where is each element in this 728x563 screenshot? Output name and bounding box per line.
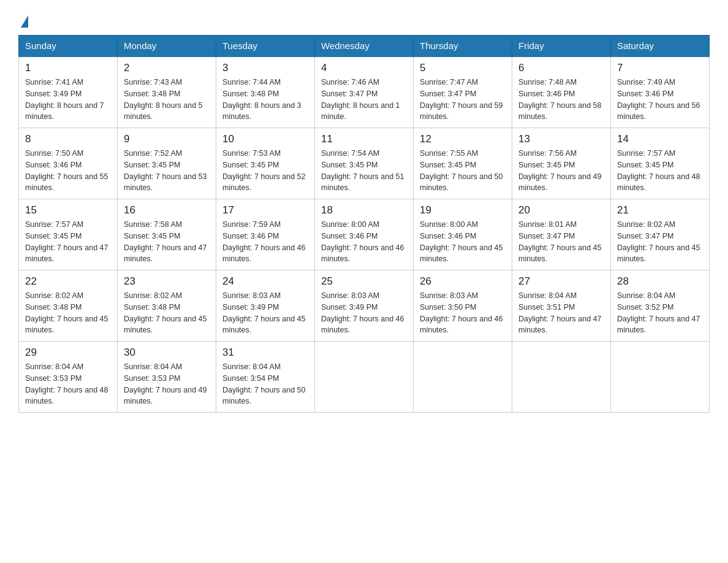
calendar-day-cell: 20Sunrise: 8:01 AMSunset: 3:47 PMDayligh… xyxy=(512,199,611,270)
day-of-week-header: Monday xyxy=(118,36,216,57)
day-sun-info: Sunrise: 8:02 AMSunset: 3:47 PMDaylight:… xyxy=(617,219,703,265)
day-sun-info: Sunrise: 8:04 AMSunset: 3:53 PMDaylight:… xyxy=(25,361,111,407)
day-sun-info: Sunrise: 7:47 AMSunset: 3:47 PMDaylight:… xyxy=(420,77,506,123)
calendar-day-cell: 19Sunrise: 8:00 AMSunset: 3:46 PMDayligh… xyxy=(414,199,512,270)
day-number: 18 xyxy=(321,204,407,216)
day-number: 21 xyxy=(617,204,703,216)
day-number: 14 xyxy=(617,133,703,145)
day-sun-info: Sunrise: 8:03 AMSunset: 3:50 PMDaylight:… xyxy=(420,290,506,336)
day-sun-info: Sunrise: 7:59 AMSunset: 3:46 PMDaylight:… xyxy=(222,219,308,265)
calendar-day-cell: 3Sunrise: 7:44 AMSunset: 3:48 PMDaylight… xyxy=(216,56,315,128)
calendar-day-cell: 8Sunrise: 7:50 AMSunset: 3:46 PMDaylight… xyxy=(19,128,118,199)
calendar-day-cell: 22Sunrise: 8:02 AMSunset: 3:48 PMDayligh… xyxy=(19,270,118,342)
calendar-day-cell xyxy=(315,342,414,413)
calendar-day-cell: 4Sunrise: 7:46 AMSunset: 3:47 PMDaylight… xyxy=(315,56,414,128)
day-sun-info: Sunrise: 8:00 AMSunset: 3:46 PMDaylight:… xyxy=(321,219,407,265)
day-of-week-header: Thursday xyxy=(414,36,512,57)
day-number: 5 xyxy=(420,62,506,74)
day-number: 3 xyxy=(222,62,308,74)
day-number: 8 xyxy=(25,133,111,145)
day-sun-info: Sunrise: 7:57 AMSunset: 3:45 PMDaylight:… xyxy=(25,219,111,265)
calendar-day-cell: 5Sunrise: 7:47 AMSunset: 3:47 PMDaylight… xyxy=(414,56,512,128)
day-sun-info: Sunrise: 7:53 AMSunset: 3:45 PMDaylight:… xyxy=(222,148,308,194)
day-sun-info: Sunrise: 7:58 AMSunset: 3:45 PMDaylight:… xyxy=(124,219,210,265)
day-sun-info: Sunrise: 7:55 AMSunset: 3:45 PMDaylight:… xyxy=(420,148,506,194)
calendar-day-cell: 16Sunrise: 7:58 AMSunset: 3:45 PMDayligh… xyxy=(118,199,216,270)
calendar-day-cell: 1Sunrise: 7:41 AMSunset: 3:49 PMDaylight… xyxy=(19,56,118,128)
day-number: 23 xyxy=(124,275,210,288)
day-sun-info: Sunrise: 7:52 AMSunset: 3:45 PMDaylight:… xyxy=(124,148,210,194)
calendar-day-cell: 11Sunrise: 7:54 AMSunset: 3:45 PMDayligh… xyxy=(315,128,414,199)
day-number: 12 xyxy=(420,133,506,145)
calendar-day-cell: 12Sunrise: 7:55 AMSunset: 3:45 PMDayligh… xyxy=(414,128,512,199)
day-sun-info: Sunrise: 7:43 AMSunset: 3:48 PMDaylight:… xyxy=(124,77,210,123)
calendar-day-cell: 30Sunrise: 8:04 AMSunset: 3:53 PMDayligh… xyxy=(118,342,216,413)
day-sun-info: Sunrise: 7:50 AMSunset: 3:46 PMDaylight:… xyxy=(25,148,111,194)
day-number: 17 xyxy=(222,204,308,216)
logo-triangle-icon xyxy=(21,15,28,28)
calendar-table: SundayMondayTuesdayWednesdayThursdayFrid… xyxy=(18,35,710,413)
calendar-day-cell: 27Sunrise: 8:04 AMSunset: 3:51 PMDayligh… xyxy=(512,270,611,342)
day-number: 20 xyxy=(518,204,604,216)
calendar-day-cell: 6Sunrise: 7:48 AMSunset: 3:46 PMDaylight… xyxy=(512,56,611,128)
calendar-week-row: 29Sunrise: 8:04 AMSunset: 3:53 PMDayligh… xyxy=(19,342,710,413)
calendar-day-cell: 7Sunrise: 7:49 AMSunset: 3:46 PMDaylight… xyxy=(611,56,710,128)
logo xyxy=(18,12,28,29)
day-sun-info: Sunrise: 8:02 AMSunset: 3:48 PMDaylight:… xyxy=(124,290,210,336)
calendar-day-cell: 18Sunrise: 8:00 AMSunset: 3:46 PMDayligh… xyxy=(315,199,414,270)
day-sun-info: Sunrise: 8:02 AMSunset: 3:48 PMDaylight:… xyxy=(25,290,111,336)
day-sun-info: Sunrise: 8:03 AMSunset: 3:49 PMDaylight:… xyxy=(321,290,407,336)
day-sun-info: Sunrise: 8:04 AMSunset: 3:51 PMDaylight:… xyxy=(518,290,604,336)
day-sun-info: Sunrise: 7:56 AMSunset: 3:45 PMDaylight:… xyxy=(518,148,604,194)
calendar-day-cell: 13Sunrise: 7:56 AMSunset: 3:45 PMDayligh… xyxy=(512,128,611,199)
day-number: 30 xyxy=(124,347,210,359)
page-header xyxy=(18,12,710,29)
calendar-day-cell: 29Sunrise: 8:04 AMSunset: 3:53 PMDayligh… xyxy=(19,342,118,413)
day-of-week-header: Friday xyxy=(512,36,611,57)
calendar-week-row: 15Sunrise: 7:57 AMSunset: 3:45 PMDayligh… xyxy=(19,199,710,270)
logo-blue-text xyxy=(18,15,28,29)
calendar-day-cell: 10Sunrise: 7:53 AMSunset: 3:45 PMDayligh… xyxy=(216,128,315,199)
day-sun-info: Sunrise: 7:54 AMSunset: 3:45 PMDaylight:… xyxy=(321,148,407,194)
calendar-day-cell: 31Sunrise: 8:04 AMSunset: 3:54 PMDayligh… xyxy=(216,342,315,413)
calendar-day-cell: 24Sunrise: 8:03 AMSunset: 3:49 PMDayligh… xyxy=(216,270,315,342)
calendar-day-cell: 2Sunrise: 7:43 AMSunset: 3:48 PMDaylight… xyxy=(118,56,216,128)
day-of-week-header: Tuesday xyxy=(216,36,315,57)
day-number: 27 xyxy=(518,275,604,288)
day-number: 24 xyxy=(222,275,308,288)
day-number: 15 xyxy=(25,204,111,216)
day-sun-info: Sunrise: 7:46 AMSunset: 3:47 PMDaylight:… xyxy=(321,77,407,123)
day-number: 6 xyxy=(518,62,604,74)
day-sun-info: Sunrise: 8:03 AMSunset: 3:49 PMDaylight:… xyxy=(222,290,308,336)
day-sun-info: Sunrise: 7:49 AMSunset: 3:46 PMDaylight:… xyxy=(617,77,703,123)
calendar-day-cell: 17Sunrise: 7:59 AMSunset: 3:46 PMDayligh… xyxy=(216,199,315,270)
calendar-day-cell: 28Sunrise: 8:04 AMSunset: 3:52 PMDayligh… xyxy=(611,270,710,342)
day-number: 16 xyxy=(124,204,210,216)
day-sun-info: Sunrise: 8:01 AMSunset: 3:47 PMDaylight:… xyxy=(518,219,604,265)
calendar-day-cell: 21Sunrise: 8:02 AMSunset: 3:47 PMDayligh… xyxy=(611,199,710,270)
day-number: 1 xyxy=(25,62,111,74)
days-of-week-row: SundayMondayTuesdayWednesdayThursdayFrid… xyxy=(19,36,710,57)
day-number: 25 xyxy=(321,275,407,288)
calendar-day-cell: 26Sunrise: 8:03 AMSunset: 3:50 PMDayligh… xyxy=(414,270,512,342)
calendar-day-cell: 15Sunrise: 7:57 AMSunset: 3:45 PMDayligh… xyxy=(19,199,118,270)
day-sun-info: Sunrise: 7:41 AMSunset: 3:49 PMDaylight:… xyxy=(25,77,111,123)
day-number: 29 xyxy=(25,347,111,359)
calendar-day-cell: 23Sunrise: 8:02 AMSunset: 3:48 PMDayligh… xyxy=(118,270,216,342)
day-sun-info: Sunrise: 8:04 AMSunset: 3:52 PMDaylight:… xyxy=(617,290,703,336)
day-sun-info: Sunrise: 7:48 AMSunset: 3:46 PMDaylight:… xyxy=(518,77,604,123)
day-number: 19 xyxy=(420,204,506,216)
calendar-day-cell xyxy=(611,342,710,413)
calendar-week-row: 22Sunrise: 8:02 AMSunset: 3:48 PMDayligh… xyxy=(19,270,710,342)
calendar-day-cell xyxy=(512,342,611,413)
day-sun-info: Sunrise: 8:00 AMSunset: 3:46 PMDaylight:… xyxy=(420,219,506,265)
day-sun-info: Sunrise: 7:44 AMSunset: 3:48 PMDaylight:… xyxy=(222,77,308,123)
day-number: 13 xyxy=(518,133,604,145)
calendar-body: 1Sunrise: 7:41 AMSunset: 3:49 PMDaylight… xyxy=(19,56,710,413)
day-number: 31 xyxy=(222,347,308,359)
day-sun-info: Sunrise: 8:04 AMSunset: 3:54 PMDaylight:… xyxy=(222,361,308,407)
day-of-week-header: Wednesday xyxy=(315,36,414,57)
day-number: 28 xyxy=(617,275,703,288)
day-number: 26 xyxy=(420,275,506,288)
calendar-day-cell xyxy=(414,342,512,413)
